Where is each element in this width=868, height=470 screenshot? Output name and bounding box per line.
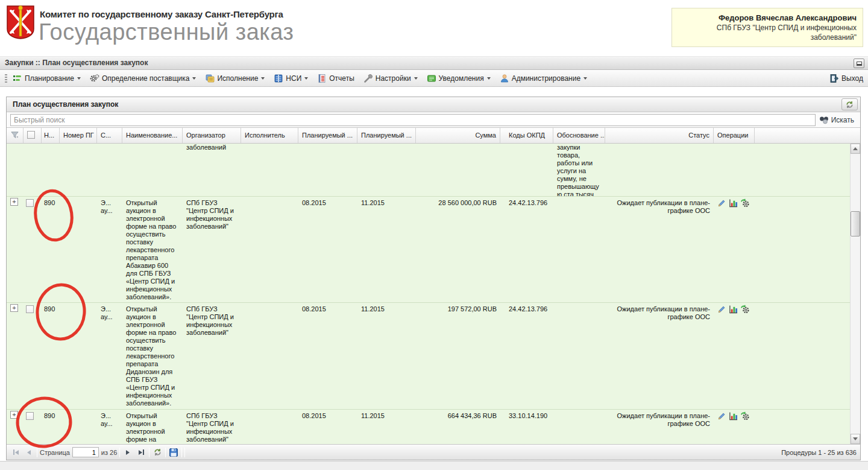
column-operations[interactable]: Операции — [714, 128, 755, 143]
grid-header: Н... Номер ПГ С... Наименование... Орган… — [7, 128, 860, 144]
last-page-button[interactable] — [136, 447, 146, 458]
menu-notifications[interactable]: Уведомления — [427, 74, 491, 83]
quick-search-row: Искать — [7, 112, 860, 128]
menu-settings[interactable]: Настройки — [363, 74, 418, 83]
cell-pg-number — [60, 410, 97, 412]
collapse-panel-button[interactable] — [854, 59, 864, 68]
process-gear-icon[interactable] — [740, 198, 750, 209]
cell-pg-number — [60, 197, 97, 199]
cell-executor — [241, 410, 298, 412]
row-checkbox[interactable] — [26, 305, 34, 313]
menu-planning-label: Планирование — [25, 74, 74, 83]
previous-page-button[interactable] — [24, 447, 34, 458]
scroll-down-button[interactable] — [851, 434, 860, 444]
column-name[interactable]: Наименование... — [122, 128, 183, 143]
committee-title: Комитет по государственному заказу Санкт… — [40, 9, 283, 19]
table-row[interactable]: + 890 Э... ау... Открытый аукцион в элек… — [7, 303, 850, 410]
column-planned-start[interactable]: Планируемый ... — [298, 128, 357, 143]
column-organizer[interactable]: Организатор — [183, 128, 241, 143]
expand-row-icon[interactable]: + — [10, 198, 18, 206]
gears-icon — [90, 74, 99, 83]
menu-planning[interactable]: Планирование — [13, 74, 81, 83]
cell-justification — [553, 410, 605, 412]
column-pg-number[interactable]: Номер ПГ — [60, 128, 97, 143]
cell-justification: закупки товара, работы или услуги на сум… — [553, 144, 605, 197]
chevron-down-icon — [583, 77, 587, 80]
column-filter[interactable] — [7, 128, 24, 143]
menu-administration[interactable]: Администрирование — [500, 74, 587, 83]
scroll-up-button[interactable] — [851, 144, 860, 154]
bottom-strip — [0, 461, 868, 470]
panel-header: План осуществления закупок — [7, 97, 860, 112]
refresh-panel-button[interactable] — [841, 98, 858, 110]
chart-icon[interactable] — [729, 198, 738, 209]
restore-window-icon — [857, 62, 862, 66]
expand-row-icon[interactable]: + — [10, 304, 18, 312]
chart-icon[interactable] — [729, 411, 738, 422]
wrench-icon — [363, 74, 373, 83]
chevron-down-icon — [192, 77, 196, 80]
pages-total-label: из 26 — [101, 449, 117, 456]
edit-icon[interactable] — [717, 198, 726, 209]
scrollbar-thumb[interactable] — [851, 211, 860, 237]
cell-organizer: СПб ГБУЗ "Центр СПИД и инфекционных забо… — [183, 303, 241, 337]
report-icon — [317, 74, 327, 83]
cell-organizer: СПб ГБУЗ "Центр СПИД и инфекционных забо… — [183, 410, 241, 443]
process-gear-icon[interactable] — [740, 411, 750, 422]
edit-icon[interactable] — [717, 305, 726, 316]
cell-organizer-tail: заболеваний — [183, 144, 241, 151]
row-checkbox[interactable] — [26, 412, 34, 420]
separator — [37, 448, 37, 457]
search-button[interactable]: Искать — [819, 116, 857, 124]
cell-executor — [241, 197, 298, 199]
planning-icon — [13, 74, 22, 83]
menu-execution[interactable]: Исполнение — [205, 74, 265, 83]
process-gear-icon[interactable] — [740, 305, 750, 316]
table-row-partial[interactable]: заболеваний закупки товара, работы или у… — [7, 144, 850, 197]
menu-reports[interactable]: Отчеты — [317, 74, 354, 83]
breadcrumb-bar: Закупки :: План осуществления закупок — [0, 56, 868, 70]
menu-supplier-determination[interactable]: Определение поставщика — [90, 74, 197, 83]
edit-icon[interactable] — [717, 411, 726, 422]
cell-sum: 664 434,36 RUB — [416, 410, 500, 420]
page-input[interactable] — [72, 447, 99, 457]
chevron-down-icon — [487, 77, 491, 80]
menu-notifications-label: Уведомления — [439, 74, 484, 83]
menu-nsi[interactable]: НСИ — [274, 74, 308, 83]
cell-type: Э... ау... — [97, 197, 122, 215]
first-page-button[interactable] — [10, 447, 21, 458]
cell-planned-end: 11.2015 — [357, 303, 416, 313]
table-row[interactable]: + 890 Э... ау... Открытый аукцион в элек… — [7, 197, 850, 303]
column-num[interactable]: Н... — [42, 128, 60, 143]
column-planned-end[interactable]: Планируемый ... — [357, 128, 416, 143]
menu-nsi-label: НСИ — [286, 74, 301, 83]
cell-planned-start: 08.2015 — [298, 410, 357, 420]
column-executor[interactable]: Исполнитель — [241, 128, 298, 143]
expand-row-icon[interactable]: + — [10, 411, 18, 419]
filter-icon — [10, 130, 19, 139]
column-okpd[interactable]: Коды ОКПД — [500, 128, 553, 143]
menu-reports-label: Отчеты — [329, 74, 354, 83]
vertical-scrollbar[interactable] — [850, 144, 860, 444]
cell-planned-end: 11.2015 — [357, 410, 416, 420]
next-page-button[interactable] — [122, 447, 133, 458]
chart-icon[interactable] — [729, 305, 738, 316]
site-header: Комитет по государственному заказу Санкт… — [0, 0, 868, 56]
table-row[interactable]: + 890 Э... ау... Открытый аукцион в элек… — [7, 410, 850, 444]
column-sum[interactable]: Сумма — [416, 128, 500, 143]
last-page-icon — [139, 450, 142, 455]
menu-administration-label: Администрирование — [512, 74, 580, 83]
column-justification[interactable]: Обоснование ... — [553, 128, 605, 143]
select-all-checkbox[interactable] — [27, 131, 35, 139]
page-label: Страница — [40, 449, 70, 456]
spb-coat-of-arms-logo — [6, 5, 35, 40]
column-select-all[interactable] — [24, 128, 42, 143]
save-export-button[interactable] — [168, 447, 179, 458]
column-type[interactable]: С... — [97, 128, 122, 143]
row-checkbox[interactable] — [26, 199, 34, 207]
menu-exit[interactable]: Выход — [829, 74, 863, 83]
search-input[interactable] — [10, 114, 816, 126]
column-status[interactable]: Статус — [605, 128, 714, 143]
refresh-list-button[interactable] — [152, 447, 163, 458]
chevron-down-icon — [304, 77, 308, 80]
